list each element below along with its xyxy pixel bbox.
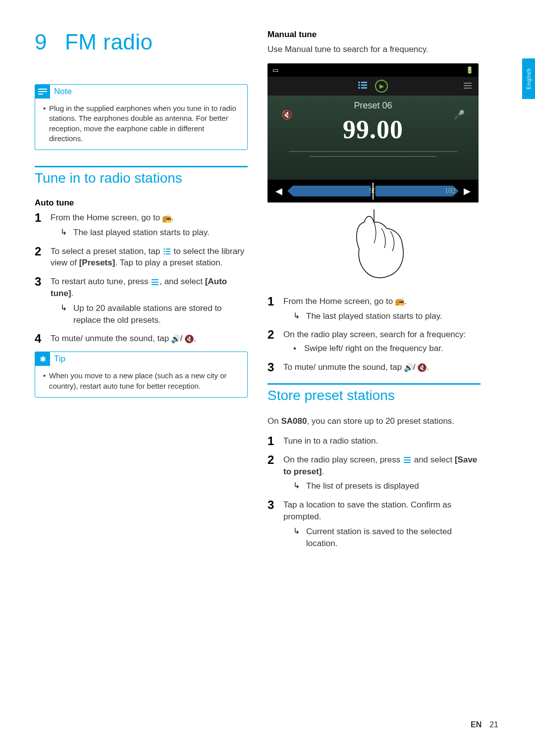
- svg-rect-20: [464, 88, 472, 89]
- tip-text: When you move to a new place (such as a …: [49, 371, 239, 391]
- right-column: Manual tune Use Manual tune to search fo…: [268, 30, 481, 556]
- svg-rect-14: [358, 84, 360, 86]
- svg-rect-17: [361, 87, 367, 89]
- language-tab: English: [522, 58, 535, 99]
- manual-step-2: 2 On the radio play screen, search for a…: [268, 329, 481, 354]
- svg-rect-18: [464, 83, 472, 84]
- auto-step-2: 2 To select a preset station, tap to sel…: [35, 246, 248, 269]
- store-step-1: 1 Tune in to a radio station.: [268, 435, 481, 447]
- sd-icon: ▭: [272, 66, 278, 74]
- svg-rect-7: [163, 253, 165, 254]
- tick-102: 102: [445, 187, 456, 195]
- radio-icon: 📻: [162, 214, 171, 222]
- svg-rect-10: [152, 282, 159, 283]
- sound-on-icon: 🔊: [171, 335, 180, 343]
- hand-illustration: [268, 206, 481, 296]
- note-text: Plug in the supplied earphones when you …: [49, 103, 239, 144]
- section-tune-in-title: Tune in to radio stations: [35, 170, 248, 186]
- manual-step-1: 1 From the Home screen, go to 📻. ↳The la…: [268, 296, 481, 322]
- manual-intro: Use Manual tune to search for a frequenc…: [268, 44, 481, 55]
- frequency-value: 99.00: [268, 115, 479, 144]
- play-icon: ▶: [375, 80, 388, 93]
- mic-icon: 🎤: [454, 109, 465, 120]
- list-icon: [358, 82, 367, 91]
- svg-rect-2: [38, 94, 43, 95]
- svg-rect-16: [358, 87, 360, 89]
- preset-label: Preset 06: [268, 101, 479, 111]
- radio-icon: 📻: [395, 298, 404, 305]
- svg-rect-0: [38, 89, 47, 90]
- svg-rect-1: [38, 91, 47, 92]
- svg-rect-12: [358, 82, 360, 83]
- page-footer: EN21: [471, 720, 498, 729]
- sound-off-icon: 🔇: [418, 364, 427, 372]
- menu-icon: [151, 278, 160, 286]
- left-column: 9FM radio Note Plug in the supplied earp…: [35, 30, 248, 556]
- svg-rect-8: [166, 253, 170, 254]
- svg-rect-11: [152, 284, 159, 285]
- result-arrow-icon: ↳: [293, 480, 301, 492]
- store-step-2: 2 On the radio play screen, press and se…: [268, 454, 481, 492]
- chapter-number: 9: [35, 30, 47, 54]
- svg-rect-19: [464, 85, 472, 86]
- note-label: Note: [54, 87, 72, 97]
- auto-step-1: 1 From the Home screen, go to 📻. ↳The la…: [35, 212, 248, 239]
- result-arrow-icon: ↳: [293, 310, 301, 322]
- menu-icon: [464, 82, 472, 91]
- manual-tune-subhead: Manual tune: [268, 30, 481, 40]
- note-callout: Note Plug in the supplied earphones when…: [35, 84, 248, 150]
- result-arrow-icon: ↳: [60, 302, 68, 326]
- tip-callout: ✱ Tip When you move to a new place (such…: [35, 352, 248, 398]
- auto-step-4: 4 To mute/ unmute the sound, tap 🔊/ 🔇.: [35, 333, 248, 345]
- svg-rect-3: [163, 249, 165, 250]
- tip-icon: ✱: [35, 352, 50, 366]
- note-icon: [35, 85, 50, 99]
- store-step-3: 3 Tap a location to save the station. Co…: [268, 499, 481, 549]
- svg-rect-5: [163, 251, 165, 252]
- manual-step-3: 3 To mute/ unmute the sound, tap 🔊/ 🔇.: [268, 361, 481, 373]
- svg-rect-9: [152, 279, 159, 280]
- sound-off-icon: 🔇: [185, 335, 194, 343]
- tip-label: Tip: [54, 354, 65, 364]
- sound-on-icon: 🔊: [404, 364, 413, 372]
- mute-icon: 🔇: [281, 109, 292, 120]
- result-arrow-icon: ↳: [293, 526, 301, 550]
- svg-rect-22: [404, 457, 411, 458]
- chapter-title: 9FM radio: [35, 30, 248, 54]
- svg-rect-24: [404, 462, 411, 463]
- svg-rect-23: [404, 459, 411, 460]
- battery-icon: 🔋: [466, 66, 474, 74]
- auto-tune-subhead: Auto tune: [35, 198, 248, 208]
- result-arrow-icon: ↳: [60, 227, 68, 239]
- list-icon: [162, 248, 171, 255]
- svg-rect-6: [166, 251, 170, 252]
- auto-step-3: 3 To restart auto tune, press , and sele…: [35, 276, 248, 326]
- svg-rect-13: [361, 82, 367, 83]
- store-intro: On SA080, you can store up to 20 preset …: [268, 415, 481, 427]
- svg-rect-15: [361, 84, 367, 86]
- menu-icon: [403, 456, 412, 464]
- left-arrow-icon: ◀: [275, 186, 282, 197]
- section-store-title: Store preset stations: [268, 388, 481, 403]
- svg-rect-4: [166, 249, 170, 250]
- right-arrow-icon: ▶: [464, 186, 471, 197]
- device-screenshot: ▭ 🔋 ▶ 🔇 🎤 Preset 06 99.00 ◀ 96: [268, 63, 479, 202]
